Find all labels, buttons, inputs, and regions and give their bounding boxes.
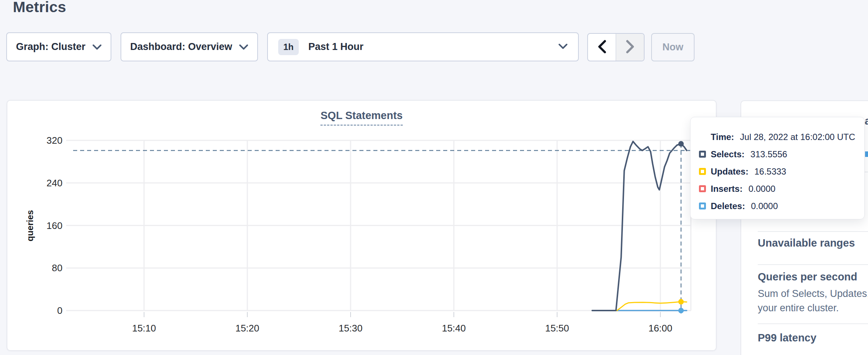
tooltip-series-label: Updates: — [711, 166, 749, 177]
tooltip-time-value: Jul 28, 2022 at 16:02:00 UTC — [740, 132, 856, 142]
tooltip-series-row: Updates: 16.5333 — [699, 163, 864, 180]
tooltip-series-value: 0.0000 — [751, 201, 778, 211]
glossary-description-line: your entire cluster. — [758, 302, 868, 314]
graph-dropdown[interactable]: Graph: Cluster — [6, 32, 111, 61]
now-button[interactable]: Now — [651, 33, 695, 61]
chevron-right-icon — [626, 40, 635, 55]
divider — [758, 323, 868, 324]
svg-text:0: 0 — [57, 305, 62, 316]
dashboard-dropdown[interactable]: Dashboard: Overview — [121, 32, 258, 61]
divider — [758, 231, 868, 232]
tooltip-time-row: Time: Jul 28, 2022 at 16:02:00 UTC — [699, 128, 864, 146]
sql-statements-chart-card: SQL Statements 08016024032015:1015:2015:… — [7, 100, 717, 351]
svg-text:15:30: 15:30 — [338, 323, 362, 334]
tooltip-series-label: Deletes: — [711, 201, 745, 211]
glossary-term-p99-latency: P99 latency — [758, 332, 868, 344]
graph-dropdown-label: Graph: Cluster — [16, 41, 85, 53]
sql-statements-chart[interactable]: 08016024032015:1015:2015:3015:4015:5016:… — [7, 101, 717, 352]
tooltip-series-value: 313.5556 — [750, 149, 787, 159]
dashboard-dropdown-label: Dashboard: Overview — [130, 41, 232, 53]
clipped-heading-fragment: a — [865, 115, 868, 127]
tooltip-series-value: 16.5333 — [754, 166, 786, 177]
svg-text:15:20: 15:20 — [235, 323, 259, 334]
chart-title[interactable]: SQL Statements — [320, 110, 402, 126]
svg-text:15:10: 15:10 — [132, 323, 156, 334]
time-range-badge: 1h — [278, 39, 299, 55]
glossary-description-line: Sum of Selects, Updates, Inser — [758, 288, 868, 300]
deletes-series-swatch-icon — [699, 202, 706, 209]
clipped-link-fragment — [865, 151, 868, 157]
glossary-term-queries-per-second: Queries per second — [758, 271, 868, 283]
now-button-label: Now — [663, 42, 684, 53]
inserts-series-swatch-icon — [699, 185, 706, 192]
tooltip-series-label: Inserts: — [711, 184, 743, 194]
svg-text:80: 80 — [52, 262, 62, 273]
svg-text:15:50: 15:50 — [545, 323, 569, 334]
svg-text:320: 320 — [47, 135, 62, 146]
updates-series-swatch-icon — [699, 168, 706, 175]
time-range-selector[interactable]: 1h Past 1 Hour — [267, 32, 579, 61]
chevron-left-icon — [598, 40, 606, 55]
tooltip-series-row: Deletes: 0.0000 — [699, 197, 864, 215]
tooltip-series-row: Inserts: 0.0000 — [699, 180, 864, 197]
svg-text:queries: queries — [25, 210, 35, 241]
tooltip-series-label: Selects: — [711, 149, 745, 159]
divider — [758, 264, 868, 265]
prev-time-button[interactable] — [588, 34, 616, 61]
time-pager — [587, 33, 645, 61]
tooltip-series-row: Selects: 313.5556 — [699, 146, 864, 163]
next-time-button[interactable] — [616, 34, 644, 61]
tooltip-series-value: 0.0000 — [749, 184, 775, 194]
chevron-down-icon — [92, 44, 102, 50]
svg-text:240: 240 — [47, 178, 62, 189]
page-title: Metrics — [13, 0, 66, 16]
svg-text:160: 160 — [47, 220, 62, 231]
chevron-down-icon — [558, 43, 568, 51]
svg-text:16:00: 16:00 — [648, 323, 672, 334]
glossary-term-unavailable-ranges: Unavailable ranges — [758, 237, 868, 249]
chart-hover-tooltip: Time: Jul 28, 2022 at 16:02:00 UTC Selec… — [690, 117, 865, 219]
svg-text:15:40: 15:40 — [442, 323, 466, 334]
tooltip-time-label: Time: — [711, 132, 734, 142]
time-range-label: Past 1 Hour — [308, 41, 558, 53]
selects-series-swatch-icon — [699, 151, 706, 158]
chevron-down-icon — [239, 44, 248, 50]
